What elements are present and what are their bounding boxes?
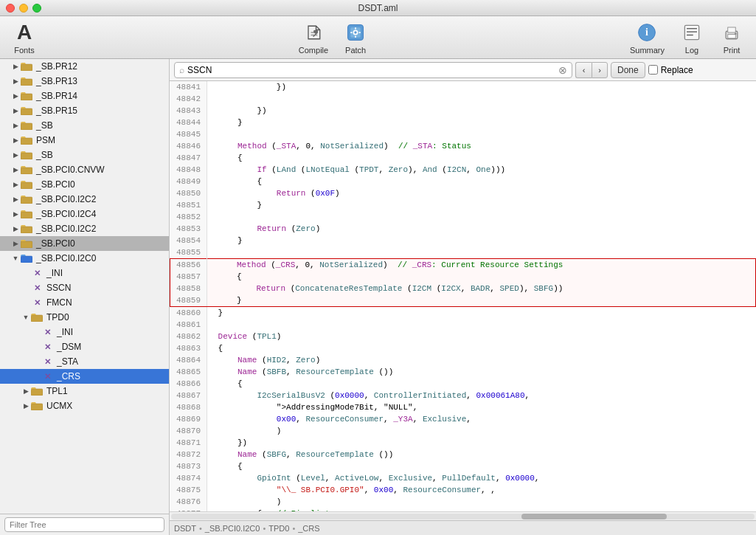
search-prev-button[interactable]: ‹	[575, 62, 592, 78]
code-table: 48841 })4884248843 })48844 }4884548846 M…	[170, 81, 756, 511]
close-button[interactable]	[6, 4, 15, 13]
method-icon: ✕	[31, 297, 43, 308]
svg-rect-20	[21, 64, 32, 71]
sidebar-item-sbpcio_i2c4[interactable]: ▶ _SB.PCI0.I2C4	[0, 207, 169, 221]
folder-icon	[21, 254, 32, 263]
sidebar-item-crs[interactable]: ✕_CRS	[0, 369, 169, 384]
table-row: 48859 }	[170, 294, 756, 307]
svg-rect-9	[359, 32, 361, 33]
breadcrumb-part-3: _CRS	[298, 524, 319, 533]
chevron-icon	[31, 342, 41, 352]
sidebar-item-sbpcio_cnvw[interactable]: ▶ _SB.PCI0.CNVW	[0, 162, 169, 177]
sidebar-item-sta[interactable]: ✕_STA	[0, 354, 169, 369]
chevron-icon	[31, 327, 41, 337]
code-editor[interactable]: 48841 })4884248843 })48844 }4884548846 M…	[170, 81, 756, 511]
log-button[interactable]: Log	[673, 18, 710, 58]
sidebar-item-ini2[interactable]: ✕_INI	[0, 325, 169, 339]
scrollbar-thumb[interactable]	[521, 514, 667, 520]
filter-input[interactable]	[4, 517, 164, 532]
sidebar-item-sbpcio_i2c0[interactable]: ▼ _SB.PCI0.I2C0	[0, 251, 169, 266]
line-code: Device (TPL1)	[207, 331, 756, 342]
line-code: 0x00, ResourceConsumer, _Y3A, Exclusive,	[207, 413, 756, 425]
tree-item-label: _INI	[46, 268, 63, 278]
sidebar-item-sb2[interactable]: ▶ _SB	[0, 148, 169, 162]
sidebar-item-sbpcio2[interactable]: ▶ _SB.PCI0	[0, 236, 169, 251]
breadcrumb-separator: •	[263, 524, 266, 533]
line-code: }	[207, 235, 756, 246]
done-button[interactable]: Done	[611, 62, 645, 78]
line-number: 48860	[170, 307, 207, 320]
svg-rect-33	[21, 256, 32, 263]
chevron-icon: ▼	[21, 312, 31, 322]
sidebar-item-ini1[interactable]: ✕_INI	[0, 266, 169, 280]
sidebar-tree: ▶ _SB.PR12▶ _SB.PR13▶ _SB.PR14▶ _SB.PR15…	[0, 59, 169, 514]
print-button[interactable]: Print	[713, 18, 750, 58]
chevron-icon: ▼	[10, 253, 21, 263]
folder-icon	[31, 387, 43, 396]
fullscreen-button[interactable]	[32, 4, 41, 13]
table-row: 48848 If (LAnd (LNotEqual (TPDT, Zero), …	[170, 164, 756, 176]
line-code: If (LAnd (LNotEqual (TPDT, Zero), And (I…	[207, 164, 756, 176]
replace-checkbox[interactable]	[648, 65, 658, 75]
table-row: 48867 I2cSerialBusV2 (0x0000, Controller…	[170, 390, 756, 401]
print-label: Print	[724, 46, 741, 55]
sidebar-item-psm[interactable]: ▶ PSM	[0, 133, 169, 148]
table-row: 48844 }	[170, 117, 756, 128]
sidebar-item-tpdo[interactable]: ▼ TPD0	[0, 310, 169, 325]
search-next-button[interactable]: ›	[592, 62, 608, 78]
search-icon: ⌕	[179, 65, 184, 75]
sidebar-item-sscn[interactable]: ✕SSCN	[0, 280, 169, 295]
fonts-button[interactable]: A Fonts	[6, 18, 43, 58]
table-row: 48854 }	[170, 235, 756, 246]
sidebar-item-dsm[interactable]: ✕_DSM	[0, 339, 169, 354]
line-code: Return (ConcatenateResTemplate (I2CM (I2…	[207, 283, 756, 294]
line-code: }	[207, 307, 756, 320]
folder-icon	[21, 210, 32, 218]
compile-icon	[302, 21, 325, 44]
summary-button[interactable]: i Summary	[624, 18, 670, 58]
folder-icon	[21, 180, 32, 189]
method-icon: ✕	[41, 326, 53, 338]
clear-search-button[interactable]: ⊗	[558, 65, 567, 75]
tree-item-label: TPD0	[46, 312, 69, 322]
svg-rect-29	[21, 197, 32, 204]
line-code: {	[207, 176, 756, 187]
sidebar-item-fmcn[interactable]: ✕FMCN	[0, 295, 169, 310]
table-row: 48861	[170, 319, 756, 331]
sidebar-item-sbpcio_i2c2b[interactable]: ▶ _SB.PCI0.I2C2	[0, 221, 169, 236]
sidebar-item-ucmx[interactable]: ▶ UCMX	[0, 398, 169, 413]
tree-item-label: _CRS	[57, 371, 80, 382]
table-row: 48855	[170, 246, 756, 259]
tree-item-label: _SB.PCI0.I2C2	[36, 224, 96, 234]
line-number: 48851	[170, 199, 207, 211]
sidebar-item-pr12[interactable]: ▶ _SB.PR12	[0, 59, 169, 74]
table-row: 48874 GpioInt (Level, ActiveLow, Exclusi…	[170, 472, 756, 484]
minimize-button[interactable]	[19, 4, 28, 13]
sidebar-item-pr15[interactable]: ▶ _SB.PR15	[0, 103, 169, 118]
method-icon: ✕	[41, 341, 53, 353]
search-field: ⌕ ⊗	[174, 62, 572, 78]
tree-item-label: _SB.PR15	[36, 106, 77, 116]
line-number: 48848	[170, 164, 207, 176]
sidebar-item-tpl1[interactable]: ▶ TPL1	[0, 384, 169, 398]
svg-rect-22	[21, 94, 32, 100]
svg-rect-6	[355, 27, 356, 30]
sidebar-item-pr14[interactable]: ▶ _SB.PR14	[0, 89, 169, 103]
line-number: 48861	[170, 319, 207, 331]
sidebar-item-sb1[interactable]: ▶ _SB	[0, 118, 169, 133]
table-row: 48863 {	[170, 342, 756, 354]
sidebar-item-pr13[interactable]: ▶ _SB.PR13	[0, 74, 169, 89]
chevron-icon	[31, 371, 41, 382]
line-code	[207, 211, 756, 223]
patch-button[interactable]: Patch	[337, 18, 374, 58]
svg-rect-7	[355, 35, 356, 38]
compile-button[interactable]: Compile	[293, 18, 334, 58]
search-input[interactable]	[187, 65, 558, 75]
sidebar-item-sbpcio_i2c2a[interactable]: ▶ _SB.PCI0.I2C2	[0, 192, 169, 207]
tree-item-label: _SB.PCI0.I2C2	[36, 194, 96, 204]
horizontal-scrollbar[interactable]	[170, 511, 756, 520]
line-code: Name (SBFB, ResourceTemplate ())	[207, 366, 756, 378]
sidebar-item-sbpcio1[interactable]: ▶ _SB.PCI0	[0, 177, 169, 192]
line-code: I2cSerialBusV2 (0x0000, ControllerInitia…	[207, 390, 756, 401]
line-code: { // Pin list	[207, 508, 756, 511]
